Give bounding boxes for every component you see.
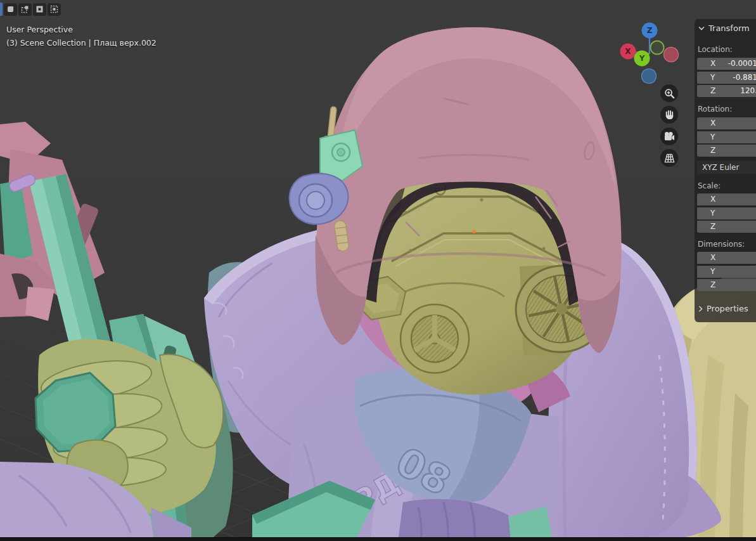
active-tool-indicator	[0, 3, 3, 16]
scale-y-field[interactable]: Y	[697, 207, 756, 219]
camera-view-button[interactable]	[660, 127, 678, 145]
zoom-button[interactable]	[660, 84, 678, 102]
orthographic-grid-icon	[664, 153, 675, 164]
location-label: Location:	[698, 45, 733, 54]
gizmo-axis-y[interactable]: Y	[634, 51, 650, 67]
scene-collection-label: (3) Scene Collection | Плащ верх.002	[6, 38, 157, 48]
dimensions-z-field[interactable]: Z	[697, 279, 756, 291]
svg-text:Y: Y	[639, 54, 645, 63]
scale-x-field[interactable]: X	[697, 193, 756, 205]
pan-hand-icon	[664, 110, 675, 121]
select-subtract-button[interactable]	[33, 3, 46, 16]
select-set-button[interactable]	[4, 3, 17, 16]
zoom-icon	[664, 88, 675, 99]
dimensions-y-field[interactable]: Y	[697, 266, 756, 278]
scale-label: Scale:	[698, 181, 721, 190]
location-z-field[interactable]: Z 120.	[697, 85, 756, 97]
annotation-dot	[472, 230, 476, 233]
location-x-field[interactable]: X -0.0001	[697, 58, 756, 70]
select-subtract-icon	[35, 5, 44, 13]
properties-tab-label: Properties	[707, 304, 748, 313]
select-intersect-button[interactable]	[48, 3, 61, 16]
gizmo-axis-z[interactable]: Z	[642, 23, 658, 39]
select-tool-row	[0, 3, 61, 16]
orthographic-toggle-button[interactable]	[660, 149, 678, 167]
dimensions-label: Dimensions:	[698, 240, 745, 249]
rotation-label: Rotation:	[698, 105, 732, 114]
gizmo-axis-x[interactable]: X	[620, 44, 636, 60]
rotation-x-field[interactable]: X	[697, 117, 756, 129]
rotation-y-field[interactable]: Y	[697, 131, 756, 143]
rotation-mode-dropdown[interactable]: XYZ Euler	[697, 161, 756, 174]
chevron-down-icon	[698, 26, 705, 30]
scale-z-field[interactable]: Z	[697, 221, 756, 233]
properties-panel-header[interactable]: Properties	[698, 304, 748, 313]
transform-panel-header[interactable]: Transform	[698, 23, 750, 33]
navigation-gizmo[interactable]: Z X Y	[618, 22, 681, 86]
camera-view-icon	[663, 131, 675, 142]
view-perspective-label: User Perspective	[6, 25, 73, 34]
chevron-right-icon	[698, 306, 703, 312]
select-extend-button[interactable]	[18, 3, 32, 16]
editor-divider[interactable]	[0, 537, 756, 541]
rotation-z-field[interactable]: Z	[697, 145, 756, 157]
sidebar-transform-panel: Transform Location: X -0.0001 Y -0.881 Z…	[695, 19, 756, 322]
svg-text:Z: Z	[647, 26, 653, 35]
gizmo-axis-neg-z[interactable]	[642, 69, 657, 84]
select-set-icon	[6, 5, 15, 13]
transform-panel-title: Transform	[708, 23, 750, 33]
select-intersect-icon	[50, 5, 58, 13]
svg-text:X: X	[625, 47, 631, 56]
dimensions-x-field[interactable]: X	[697, 252, 756, 264]
gizmo-axis-neg-x[interactable]	[664, 48, 679, 62]
select-extend-icon	[21, 5, 29, 13]
location-y-field[interactable]: Y -0.881	[697, 72, 756, 84]
pan-button[interactable]	[660, 106, 678, 124]
gizmo-axis-neg-y[interactable]	[651, 41, 664, 55]
